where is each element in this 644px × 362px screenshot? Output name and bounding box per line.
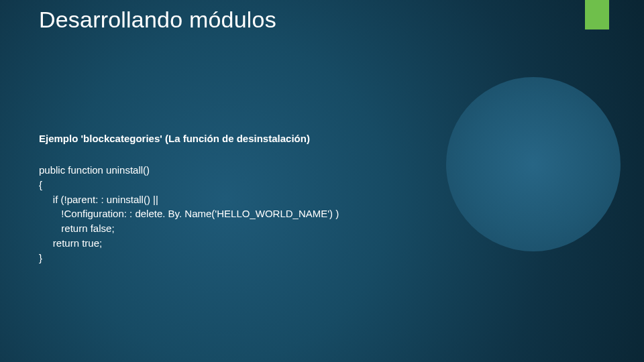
- code-block: public function uninstall() { if (!paren…: [39, 163, 339, 265]
- accent-tab: [585, 0, 609, 29]
- slide-subtitle: Ejemplo 'blockcategories' (La función de…: [39, 133, 310, 144]
- decorative-circle: [446, 77, 621, 251]
- slide-title: Desarrollando módulos: [39, 7, 276, 33]
- slide: Desarrollando módulos Ejemplo 'blockcate…: [0, 0, 644, 362]
